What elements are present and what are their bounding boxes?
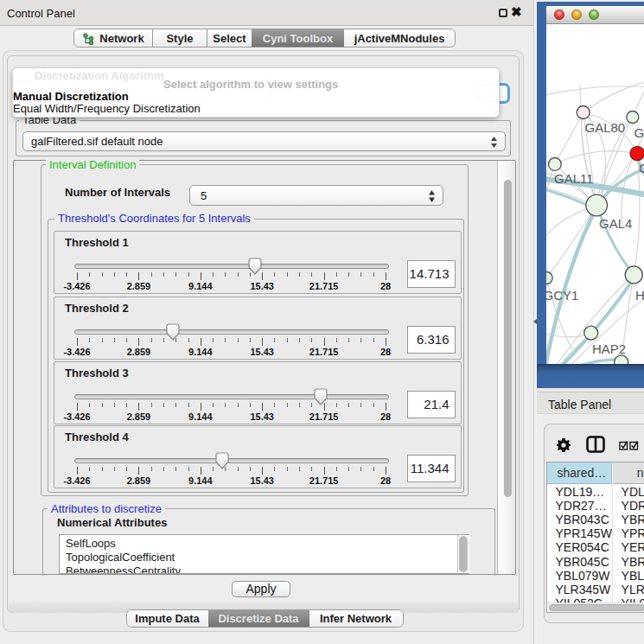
svg-text:GCY1: GCY1 xyxy=(546,287,578,302)
svg-text:GAL4: GAL4 xyxy=(599,215,632,230)
svg-text:GA: GA xyxy=(634,124,644,139)
svg-text:HAP2: HAP2 xyxy=(592,341,626,355)
svg-text:H: H xyxy=(635,287,644,302)
svg-text:GAL11: GAL11 xyxy=(554,171,594,186)
svg-text:C: C xyxy=(639,160,644,175)
svg-text:GAL80: GAL80 xyxy=(585,119,626,134)
